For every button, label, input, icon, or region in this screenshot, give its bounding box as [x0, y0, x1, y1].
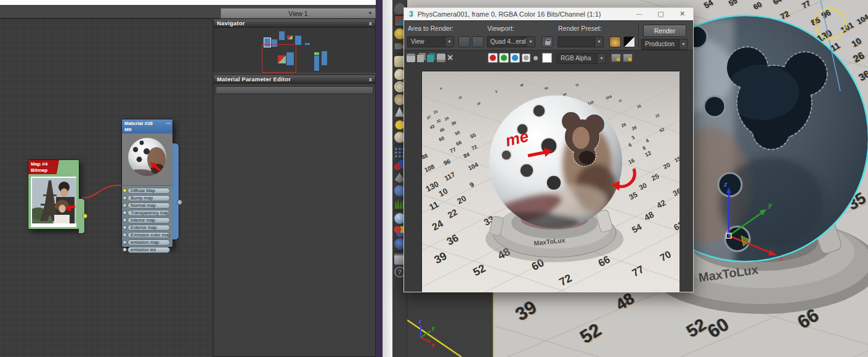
- alpha-channel-button[interactable]: [533, 56, 538, 60]
- material-node[interactable]: Material #28 Mtl: [121, 119, 173, 247]
- bitmap-output-socket[interactable]: [83, 214, 87, 219]
- material-node-subtitle: Mtl: [124, 127, 170, 133]
- lock-viewport-icon[interactable]: [541, 36, 553, 47]
- navigator-title-bar[interactable]: Navigator x: [214, 19, 375, 28]
- slot-label: Transparency map: [128, 210, 170, 216]
- axis-x-label: x: [779, 255, 784, 262]
- slot-socket[interactable]: [123, 233, 127, 237]
- material-node-header[interactable]: Material #28 Mtl: [122, 119, 172, 134]
- material-slot[interactable]: emission ies: [128, 246, 170, 253]
- slot-socket[interactable]: [123, 247, 127, 252]
- material-slot[interactable]: Exterior map: [128, 224, 170, 231]
- slot-socket[interactable]: [123, 203, 127, 207]
- close-icon[interactable]: x: [369, 76, 372, 82]
- slot-label: Exterior map: [128, 225, 170, 231]
- minimize-button[interactable]: [628, 8, 650, 20]
- minimap-node: [278, 55, 286, 63]
- material-slot[interactable]: emission map: [128, 239, 170, 246]
- material-slot[interactable]: Diffuse Map: [128, 187, 170, 194]
- minimap-node: [322, 51, 327, 65]
- node-graph-view[interactable]: Map #4 Bitmap: [0, 18, 213, 357]
- slot-socket[interactable]: [123, 240, 127, 244]
- material-slot-list: Diffuse MapBump mapNormal mapTransparenc…: [122, 186, 172, 255]
- green-channel-button[interactable]: [499, 53, 509, 63]
- toolbar-divider: [638, 23, 639, 48]
- rendered-frame-window[interactable]: 3 PhysCamera001, frame 0, RGBA Color 16 …: [404, 7, 694, 292]
- minimap-node: [295, 36, 301, 45]
- material-slot[interactable]: Transparency map: [128, 209, 170, 216]
- save-image-icon[interactable]: [407, 54, 415, 62]
- red-channel-button[interactable]: [488, 53, 498, 63]
- viewport-dropdown[interactable]: Quad 4...era001: [487, 36, 535, 47]
- slot-socket[interactable]: [123, 218, 127, 222]
- desktop-gap-strip: [376, 0, 383, 357]
- slot-socket[interactable]: [123, 225, 127, 230]
- chevron-down-icon: [679, 39, 688, 49]
- render-controls-toolbar: Area to Render: View Viewport: Quad 4...…: [404, 20, 693, 50]
- maximize-button[interactable]: [650, 8, 671, 20]
- slot-label: Emission color map: [128, 232, 170, 238]
- edit-region-icon[interactable]: [458, 36, 470, 47]
- param-editor-title-bar[interactable]: Material Parameter Editor x: [214, 75, 375, 84]
- slot-label: Diffuse Map: [128, 188, 170, 194]
- axis-y-label: y: [768, 201, 773, 209]
- render-button[interactable]: Render: [643, 25, 686, 37]
- copy-image-icon[interactable]: [417, 55, 424, 62]
- navigator-title: Navigator: [217, 20, 245, 26]
- material-preview: [122, 134, 172, 186]
- tripod-y-label: y: [431, 325, 436, 331]
- tab-view1[interactable]: View 1 ▼: [221, 8, 376, 18]
- slot-label: Bump map: [128, 195, 170, 201]
- material-slot[interactable]: Emission color map: [128, 231, 170, 238]
- navigator-minimap[interactable]: [214, 28, 375, 73]
- slot-socket[interactable]: [123, 188, 127, 193]
- bitmap-thumbnail[interactable]: [31, 177, 76, 227]
- bitmap-node-header[interactable]: Map #4 Bitmap: [28, 160, 79, 174]
- clone-buffer-icon[interactable]: [427, 55, 434, 62]
- render-setup-icon[interactable]: [609, 36, 621, 47]
- material-slot[interactable]: Interior map: [128, 217, 170, 223]
- print-image-icon[interactable]: [437, 54, 445, 62]
- material-node-title: Material #28: [124, 121, 170, 127]
- eiffel-photo: [32, 178, 76, 223]
- app-root: View 1 ▼ Map #4 Bitmap: [0, 0, 868, 357]
- gamma-icon[interactable]: [623, 54, 633, 62]
- close-icon[interactable]: x: [369, 20, 372, 26]
- window-edge-strip: [383, 0, 392, 357]
- bitmap-node[interactable]: Map #4 Bitmap: [28, 159, 79, 230]
- material-slot[interactable]: Bump map: [128, 195, 170, 201]
- empty-rollout-bar[interactable]: [216, 86, 373, 94]
- render-mode-dropdown[interactable]: Production: [641, 39, 688, 50]
- blue-channel-button[interactable]: [510, 53, 520, 63]
- bitmap-node-subtitle: Bitmap: [31, 167, 76, 174]
- axis-z-label: z: [723, 180, 728, 188]
- auto-region-icon[interactable]: [472, 36, 484, 47]
- tripod-z-label: z: [418, 318, 421, 324]
- mono-channel-button[interactable]: [522, 54, 530, 62]
- node-minimize-icon[interactable]: [166, 120, 171, 126]
- clear-buffer-icon[interactable]: [447, 54, 456, 62]
- slot-label: Interior map: [128, 217, 170, 223]
- close-button[interactable]: [671, 8, 693, 20]
- area-to-render-dropdown[interactable]: View: [407, 36, 454, 47]
- rendered-image: 2127322436434550556066727784889610410811…: [421, 71, 679, 292]
- slot-socket[interactable]: [123, 211, 127, 215]
- slot-socket[interactable]: [123, 196, 127, 200]
- viewport-label: Viewport:: [487, 25, 514, 32]
- slot-label: Normal map: [128, 203, 170, 209]
- minimap-node: [279, 31, 285, 40]
- material-output-tab[interactable]: [172, 143, 179, 240]
- frame-buffer-toolbar: RGB Alpha: [404, 50, 693, 66]
- render-window-title-bar[interactable]: 3 PhysCamera001, frame 0, RGBA Color 16 …: [404, 8, 693, 20]
- color-correction-icon[interactable]: [611, 54, 621, 62]
- material-output-socket[interactable]: [177, 199, 182, 205]
- environment-effects-icon[interactable]: [623, 36, 635, 47]
- chevron-down-icon[interactable]: ▼: [368, 10, 373, 16]
- render-preset-dropdown[interactable]: [558, 36, 604, 47]
- minimap-node: [287, 36, 293, 39]
- background-color-swatch[interactable]: [542, 53, 552, 63]
- window-top-strip: [0, 0, 376, 5]
- channel-display-dropdown[interactable]: RGB Alpha: [557, 53, 606, 64]
- minimap-node: [286, 52, 294, 65]
- material-slot[interactable]: Normal map: [128, 202, 170, 209]
